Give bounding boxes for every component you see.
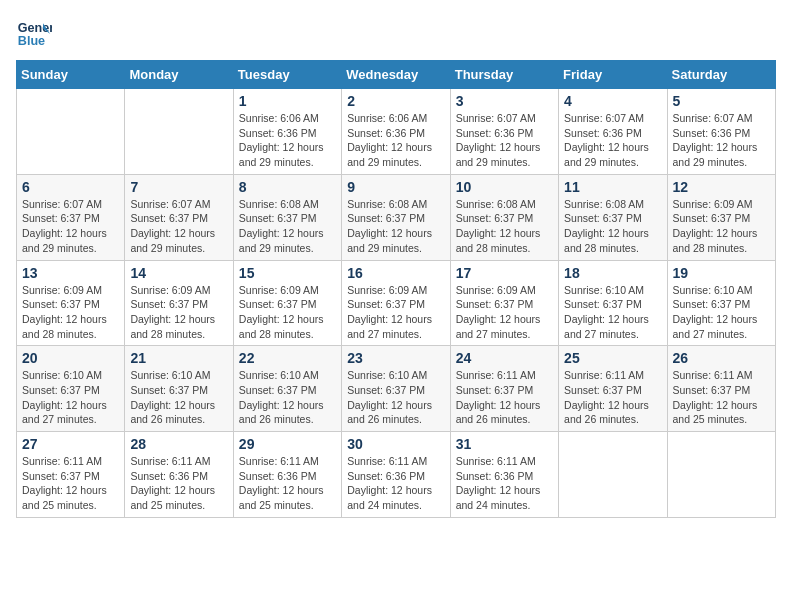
day-number: 29 (239, 436, 336, 452)
day-number: 8 (239, 179, 336, 195)
day-info: Sunrise: 6:08 AMSunset: 6:37 PMDaylight:… (239, 197, 336, 256)
day-number: 11 (564, 179, 661, 195)
day-info: Sunrise: 6:09 AMSunset: 6:37 PMDaylight:… (22, 283, 119, 342)
header: General Blue (16, 16, 776, 52)
calendar-week-row: 27Sunrise: 6:11 AMSunset: 6:37 PMDayligh… (17, 432, 776, 518)
day-number: 9 (347, 179, 444, 195)
day-info: Sunrise: 6:09 AMSunset: 6:37 PMDaylight:… (456, 283, 553, 342)
calendar-cell: 27Sunrise: 6:11 AMSunset: 6:37 PMDayligh… (17, 432, 125, 518)
day-info: Sunrise: 6:08 AMSunset: 6:37 PMDaylight:… (456, 197, 553, 256)
day-info: Sunrise: 6:11 AMSunset: 6:37 PMDaylight:… (673, 368, 770, 427)
calendar-cell: 31Sunrise: 6:11 AMSunset: 6:36 PMDayligh… (450, 432, 558, 518)
day-info: Sunrise: 6:06 AMSunset: 6:36 PMDaylight:… (239, 111, 336, 170)
day-number: 1 (239, 93, 336, 109)
day-number: 24 (456, 350, 553, 366)
calendar-cell: 25Sunrise: 6:11 AMSunset: 6:37 PMDayligh… (559, 346, 667, 432)
calendar-cell: 28Sunrise: 6:11 AMSunset: 6:36 PMDayligh… (125, 432, 233, 518)
day-number: 4 (564, 93, 661, 109)
weekday-header-cell: Wednesday (342, 61, 450, 89)
day-info: Sunrise: 6:07 AMSunset: 6:36 PMDaylight:… (673, 111, 770, 170)
calendar-cell: 9Sunrise: 6:08 AMSunset: 6:37 PMDaylight… (342, 174, 450, 260)
day-number: 6 (22, 179, 119, 195)
day-number: 13 (22, 265, 119, 281)
day-number: 10 (456, 179, 553, 195)
day-info: Sunrise: 6:07 AMSunset: 6:36 PMDaylight:… (456, 111, 553, 170)
calendar-cell: 15Sunrise: 6:09 AMSunset: 6:37 PMDayligh… (233, 260, 341, 346)
weekday-header-row: SundayMondayTuesdayWednesdayThursdayFrid… (17, 61, 776, 89)
calendar-cell: 24Sunrise: 6:11 AMSunset: 6:37 PMDayligh… (450, 346, 558, 432)
day-info: Sunrise: 6:07 AMSunset: 6:37 PMDaylight:… (22, 197, 119, 256)
day-info: Sunrise: 6:07 AMSunset: 6:36 PMDaylight:… (564, 111, 661, 170)
weekday-header-cell: Monday (125, 61, 233, 89)
day-number: 23 (347, 350, 444, 366)
day-info: Sunrise: 6:11 AMSunset: 6:37 PMDaylight:… (564, 368, 661, 427)
weekday-header-cell: Thursday (450, 61, 558, 89)
calendar-cell: 30Sunrise: 6:11 AMSunset: 6:36 PMDayligh… (342, 432, 450, 518)
day-info: Sunrise: 6:10 AMSunset: 6:37 PMDaylight:… (347, 368, 444, 427)
day-info: Sunrise: 6:09 AMSunset: 6:37 PMDaylight:… (239, 283, 336, 342)
calendar-cell: 12Sunrise: 6:09 AMSunset: 6:37 PMDayligh… (667, 174, 775, 260)
day-number: 21 (130, 350, 227, 366)
calendar-cell: 6Sunrise: 6:07 AMSunset: 6:37 PMDaylight… (17, 174, 125, 260)
calendar-cell: 21Sunrise: 6:10 AMSunset: 6:37 PMDayligh… (125, 346, 233, 432)
day-info: Sunrise: 6:11 AMSunset: 6:36 PMDaylight:… (239, 454, 336, 513)
calendar-cell (17, 89, 125, 175)
day-number: 27 (22, 436, 119, 452)
calendar-cell: 26Sunrise: 6:11 AMSunset: 6:37 PMDayligh… (667, 346, 775, 432)
weekday-header-cell: Saturday (667, 61, 775, 89)
day-number: 22 (239, 350, 336, 366)
svg-text:Blue: Blue (18, 34, 45, 48)
day-info: Sunrise: 6:10 AMSunset: 6:37 PMDaylight:… (22, 368, 119, 427)
calendar-cell: 16Sunrise: 6:09 AMSunset: 6:37 PMDayligh… (342, 260, 450, 346)
calendar-cell (125, 89, 233, 175)
calendar-cell: 10Sunrise: 6:08 AMSunset: 6:37 PMDayligh… (450, 174, 558, 260)
day-number: 7 (130, 179, 227, 195)
day-info: Sunrise: 6:09 AMSunset: 6:37 PMDaylight:… (130, 283, 227, 342)
day-number: 16 (347, 265, 444, 281)
day-number: 3 (456, 93, 553, 109)
weekday-header-cell: Tuesday (233, 61, 341, 89)
day-number: 14 (130, 265, 227, 281)
calendar-cell: 20Sunrise: 6:10 AMSunset: 6:37 PMDayligh… (17, 346, 125, 432)
calendar-cell: 19Sunrise: 6:10 AMSunset: 6:37 PMDayligh… (667, 260, 775, 346)
day-info: Sunrise: 6:11 AMSunset: 6:36 PMDaylight:… (347, 454, 444, 513)
calendar-cell (667, 432, 775, 518)
calendar-cell: 17Sunrise: 6:09 AMSunset: 6:37 PMDayligh… (450, 260, 558, 346)
day-number: 12 (673, 179, 770, 195)
day-info: Sunrise: 6:11 AMSunset: 6:36 PMDaylight:… (456, 454, 553, 513)
calendar-cell: 4Sunrise: 6:07 AMSunset: 6:36 PMDaylight… (559, 89, 667, 175)
calendar-cell: 5Sunrise: 6:07 AMSunset: 6:36 PMDaylight… (667, 89, 775, 175)
day-info: Sunrise: 6:08 AMSunset: 6:37 PMDaylight:… (564, 197, 661, 256)
day-number: 2 (347, 93, 444, 109)
weekday-header-cell: Sunday (17, 61, 125, 89)
calendar-cell: 1Sunrise: 6:06 AMSunset: 6:36 PMDaylight… (233, 89, 341, 175)
day-number: 18 (564, 265, 661, 281)
day-info: Sunrise: 6:08 AMSunset: 6:37 PMDaylight:… (347, 197, 444, 256)
day-number: 28 (130, 436, 227, 452)
day-number: 20 (22, 350, 119, 366)
calendar-cell: 18Sunrise: 6:10 AMSunset: 6:37 PMDayligh… (559, 260, 667, 346)
day-info: Sunrise: 6:11 AMSunset: 6:37 PMDaylight:… (456, 368, 553, 427)
day-number: 5 (673, 93, 770, 109)
day-info: Sunrise: 6:10 AMSunset: 6:37 PMDaylight:… (130, 368, 227, 427)
calendar-week-row: 20Sunrise: 6:10 AMSunset: 6:37 PMDayligh… (17, 346, 776, 432)
day-number: 25 (564, 350, 661, 366)
day-number: 26 (673, 350, 770, 366)
day-number: 31 (456, 436, 553, 452)
calendar-week-row: 6Sunrise: 6:07 AMSunset: 6:37 PMDaylight… (17, 174, 776, 260)
day-info: Sunrise: 6:09 AMSunset: 6:37 PMDaylight:… (673, 197, 770, 256)
day-info: Sunrise: 6:11 AMSunset: 6:36 PMDaylight:… (130, 454, 227, 513)
calendar-table: SundayMondayTuesdayWednesdayThursdayFrid… (16, 60, 776, 518)
weekday-header-cell: Friday (559, 61, 667, 89)
calendar-body: 1Sunrise: 6:06 AMSunset: 6:36 PMDaylight… (17, 89, 776, 518)
calendar-cell: 29Sunrise: 6:11 AMSunset: 6:36 PMDayligh… (233, 432, 341, 518)
day-number: 17 (456, 265, 553, 281)
calendar-cell: 13Sunrise: 6:09 AMSunset: 6:37 PMDayligh… (17, 260, 125, 346)
day-number: 15 (239, 265, 336, 281)
calendar-cell: 2Sunrise: 6:06 AMSunset: 6:36 PMDaylight… (342, 89, 450, 175)
logo: General Blue (16, 16, 52, 52)
calendar-cell: 7Sunrise: 6:07 AMSunset: 6:37 PMDaylight… (125, 174, 233, 260)
day-number: 19 (673, 265, 770, 281)
day-info: Sunrise: 6:10 AMSunset: 6:37 PMDaylight:… (564, 283, 661, 342)
calendar-cell: 22Sunrise: 6:10 AMSunset: 6:37 PMDayligh… (233, 346, 341, 432)
